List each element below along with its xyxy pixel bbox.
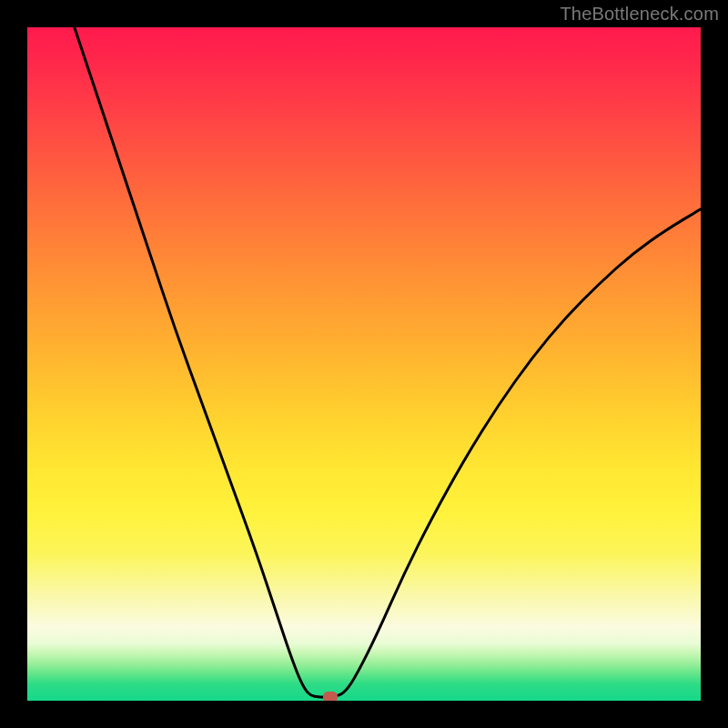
watermark-text: TheBottleneck.com: [560, 4, 719, 25]
bottleneck-curve: [27, 27, 701, 701]
optimal-point-marker: [323, 692, 338, 701]
plot-area: [27, 27, 701, 701]
chart-frame: TheBottleneck.com: [0, 0, 728, 728]
